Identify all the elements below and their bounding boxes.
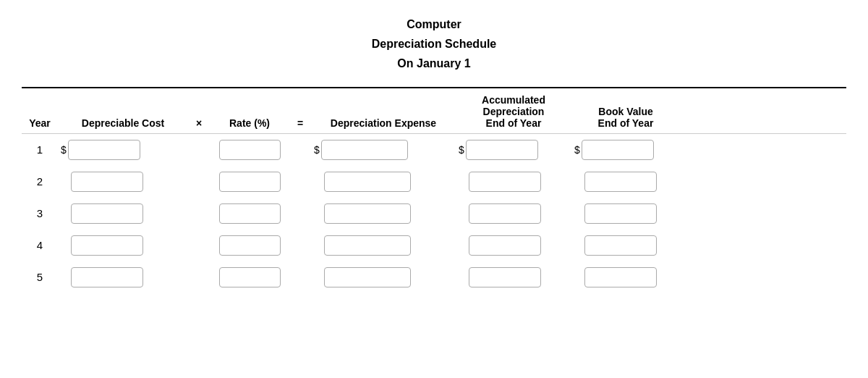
col-header-times: × [188,117,210,129]
row-1-year: 1 [22,143,58,156]
row-4-accum-dep-input[interactable] [469,235,541,256]
row-2-accum-dep-input[interactable] [469,172,541,192]
table-row: 4 [22,230,846,261]
row-1-book-val-input[interactable] [582,140,654,160]
row-4-dep-expense-cell [311,235,456,256]
row-1-dep-expense-input[interactable] [321,140,408,160]
row-5-dep-cost-cell [58,267,188,287]
row-3-dep-cost-input[interactable] [71,203,143,224]
row-1-rate-input[interactable] [219,140,281,160]
row-5-dep-expense-cell [311,267,456,287]
row-4-rate-cell [210,235,289,256]
table-row: 2 [22,166,846,198]
col-header-rate: Rate (%) [210,117,289,129]
row-2-book-val-cell [571,172,680,192]
table-row: 1 $ $ $ $ [22,134,846,166]
row-5-rate-cell [210,267,289,287]
row-1-book-val-cell: $ [571,140,680,160]
row-3-dep-expense-input[interactable] [324,203,411,224]
title-on-january: On January 1 [0,54,868,73]
row-5-accum-dep-input[interactable] [469,267,541,287]
title-depreciation-schedule: Depreciation Schedule [0,34,868,54]
row-2-accum-dep-cell [456,172,571,192]
row-2-dep-cost-cell [58,172,188,192]
row-2-dep-cost-input[interactable] [71,172,143,192]
row-5-dep-expense-input[interactable] [324,267,411,287]
table-row: 3 [22,198,846,230]
row-3-book-val-input[interactable] [584,203,657,224]
accum-dep-line2: Depreciation [483,106,545,117]
row-5-rate-input[interactable] [219,267,281,287]
row-2-dep-expense-input[interactable] [324,172,411,192]
row-1-dep-cost-cell: $ [58,140,188,160]
row-4-dep-cost-input[interactable] [71,235,143,256]
dollar-sign-book-1: $ [574,144,580,156]
row-5-accum-dep-cell [456,267,571,287]
dollar-sign-dep-cost-1: $ [61,144,67,156]
col-header-depreciation-expense: Depreciation Expense [311,117,456,129]
row-3-year: 3 [22,207,58,219]
row-3-accum-dep-input[interactable] [469,203,541,224]
row-3-rate-input[interactable] [219,203,281,224]
row-3-dep-cost-cell [58,203,188,224]
accum-dep-line3: End of Year [486,117,542,129]
accum-dep-line1: Accumulated [482,94,545,106]
row-2-rate-input[interactable] [219,172,281,192]
row-1-dep-expense-cell: $ [311,140,456,160]
header-divider [22,87,846,88]
row-1-rate-cell [210,140,289,160]
row-1-dep-cost-input[interactable] [68,140,140,160]
row-5-dep-cost-input[interactable] [71,267,143,287]
row-2-dep-expense-cell [311,172,456,192]
row-4-year: 4 [22,239,58,251]
dollar-sign-dep-expense-1: $ [314,144,320,156]
page-container: Computer Depreciation Schedule On Januar… [0,0,868,308]
row-4-dep-cost-cell [58,235,188,256]
title-computer: Computer [0,14,868,34]
col-header-year: Year [22,117,58,129]
book-val-line1: Book Value [598,106,652,117]
row-5-book-val-input[interactable] [584,267,657,287]
row-5-year: 5 [22,271,58,283]
row-3-dep-expense-cell [311,203,456,224]
row-3-accum-dep-cell [456,203,571,224]
row-2-book-val-input[interactable] [584,172,657,192]
row-4-rate-input[interactable] [219,235,281,256]
book-val-line2: End of Year [598,117,654,129]
row-3-book-val-cell [571,203,680,224]
row-4-book-val-cell [571,235,680,256]
column-headers: Year Depreciable Cost × Rate (%) = Depre… [22,94,846,134]
header-section: Computer Depreciation Schedule On Januar… [0,14,868,81]
row-4-accum-dep-cell [456,235,571,256]
dollar-sign-accum-1: $ [459,144,464,156]
row-2-rate-cell [210,172,289,192]
col-header-equals: = [289,117,311,129]
table-section: Year Depreciable Cost × Rate (%) = Depre… [0,94,868,293]
row-3-rate-cell [210,203,289,224]
row-1-accum-dep-cell: $ [456,140,571,160]
row-2-year: 2 [22,175,58,188]
row-4-book-val-input[interactable] [584,235,657,256]
table-row: 5 [22,261,846,293]
col-header-book-value: Book Value End of Year [571,106,680,129]
row-4-dep-expense-input[interactable] [324,235,411,256]
col-header-accumulated-depreciation: Accumulated Depreciation End of Year [456,94,571,129]
row-5-book-val-cell [571,267,680,287]
col-header-depreciable-cost: Depreciable Cost [58,117,188,129]
row-1-accum-dep-input[interactable] [466,140,538,160]
